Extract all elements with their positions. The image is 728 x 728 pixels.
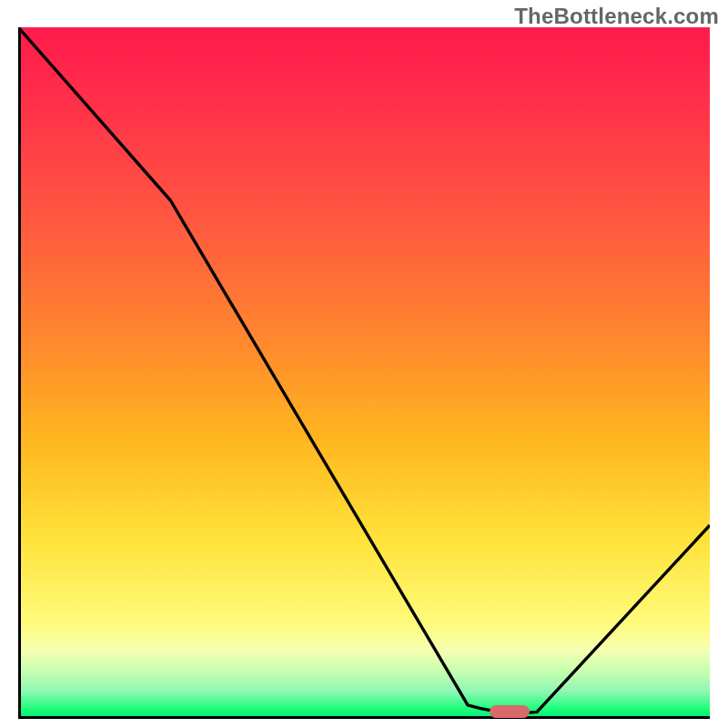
watermark-label: TheBottleneck.com bbox=[514, 4, 719, 29]
optimum-marker bbox=[490, 705, 530, 718]
plot-area bbox=[18, 27, 710, 719]
bottleneck-curve bbox=[18, 27, 710, 719]
chart-stage: TheBottleneck.com bbox=[0, 0, 728, 728]
